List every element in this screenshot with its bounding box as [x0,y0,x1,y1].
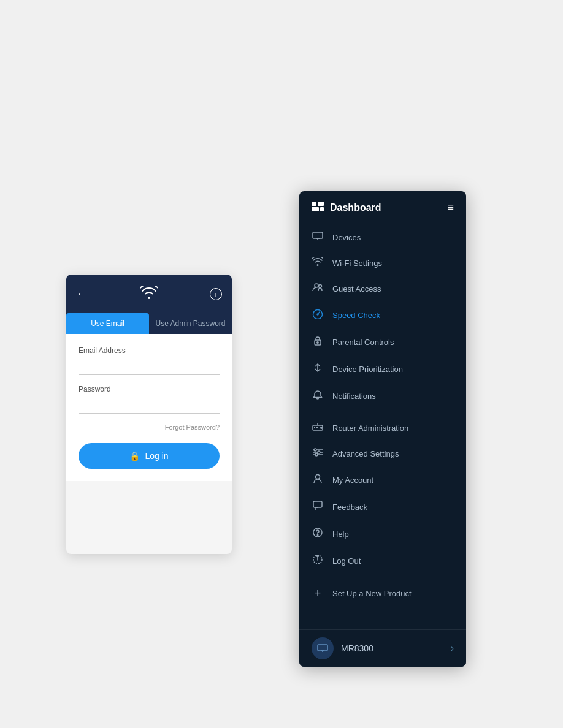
tab-use-email[interactable]: Use Email [66,313,149,334]
svg-rect-4 [313,232,323,238]
login-panel: ← i Use Email Use Admin Password Email A… [66,275,232,554]
svg-rect-31 [318,645,327,651]
devices-label: Devices [332,233,361,242]
devices-icon [312,232,324,243]
login-form: Email Address Password Forgot Password? … [66,334,232,481]
device-prioritization-label: Device Prioritization [332,365,403,374]
device-name: MR8300 [341,643,373,653]
menu-footer[interactable]: MR8300 › [299,629,466,667]
router-admin-icon [312,422,324,433]
svg-point-28 [317,534,318,536]
help-icon [312,528,324,540]
side-menu: Dashboard ≡ Devices [299,191,466,667]
login-button-label: Log in [145,451,168,461]
menu-title: Dashboard [330,202,381,213]
svg-point-7 [315,284,318,287]
email-field-container: Email Address [79,346,220,375]
svg-point-8 [319,285,322,288]
guest-access-label: Guest Access [332,284,381,294]
account-icon [312,474,324,486]
footer-device: MR8300 [312,637,373,659]
chevron-right-icon: › [451,643,454,654]
login-tabs: Use Email Use Admin Password [66,313,232,334]
sidebar-item-speed-check[interactable]: Speed Check [299,301,466,328]
device-avatar [312,637,334,659]
svg-rect-1 [318,202,324,206]
sidebar-item-parental[interactable]: Parental Controls [299,328,466,355]
dashboard-icon [312,202,324,214]
device-prioritization-icon [312,363,324,375]
svg-rect-2 [312,207,319,211]
logout-icon [312,555,324,567]
router-admin-label: Router Administration [332,423,408,433]
sidebar-item-feedback[interactable]: Feedback [299,493,466,520]
sidebar-item-guest[interactable]: Guest Access [299,276,466,301]
svg-point-23 [318,451,320,453]
advanced-settings-label: Advanced Settings [332,449,399,458]
menu-header-left: Dashboard [312,202,381,214]
login-button[interactable]: 🔒 Log in [79,443,220,469]
menu-items-list: Devices Wi-Fi Settings [299,224,466,607]
wifi-settings-label: Wi-Fi Settings [332,259,382,268]
login-header: ← i [66,275,232,313]
email-label: Email Address [79,346,220,355]
sidebar-item-prioritization[interactable]: Device Prioritization [299,355,466,382]
lock-icon: 🔒 [129,451,140,461]
parental-controls-icon [312,336,324,348]
notifications-icon [312,390,324,402]
svg-point-30 [317,555,319,557]
help-label: Help [332,529,349,539]
tab-use-admin[interactable]: Use Admin Password [149,313,232,334]
svg-rect-3 [320,207,324,211]
guest-access-icon [312,283,324,294]
speed-check-icon [312,309,324,321]
advanced-settings-icon [312,448,324,459]
divider-1 [299,412,466,412]
notifications-label: Notifications [332,392,376,401]
svg-rect-26 [313,501,322,507]
speed-check-label: Speed Check [332,311,380,320]
svg-point-17 [321,427,322,428]
sidebar-item-devices[interactable]: Devices [299,224,466,250]
forgot-password-link[interactable]: Forgot Password? [79,423,220,431]
svg-point-12 [317,342,318,343]
my-account-label: My Account [332,476,373,485]
password-label: Password [79,385,220,393]
sidebar-item-help[interactable]: Help [299,520,466,547]
password-field-container: Password [79,385,220,414]
sidebar-item-notifications[interactable]: Notifications [299,382,466,409]
email-input[interactable] [79,357,220,375]
sidebar-item-router-admin[interactable]: Router Administration [299,415,466,441]
menu-header: Dashboard ≡ [299,191,466,224]
setup-label: Set Up a New Product [332,589,412,598]
sidebar-item-setup[interactable]: + Set Up a New Product [299,580,466,607]
back-button[interactable]: ← [76,287,87,300]
feedback-icon [312,501,324,513]
sidebar-item-logout[interactable]: Log Out [299,547,466,574]
svg-point-24 [315,453,318,456]
wifi-icon [140,284,158,303]
info-button[interactable]: i [210,288,222,300]
feedback-label: Feedback [332,502,367,512]
svg-point-25 [316,475,320,479]
logout-label: Log Out [332,556,361,566]
sidebar-item-wifi[interactable]: Wi-Fi Settings [299,250,466,276]
divider-2 [299,577,466,577]
svg-point-10 [317,314,318,315]
svg-point-22 [314,449,316,451]
setup-icon: + [312,587,324,600]
hamburger-icon[interactable]: ≡ [447,201,454,214]
parental-controls-label: Parental Controls [332,338,394,347]
sidebar-item-advanced-settings[interactable]: Advanced Settings [299,441,466,466]
sidebar-item-account[interactable]: My Account [299,466,466,493]
wifi-settings-icon [312,257,324,268]
password-input[interactable] [79,396,220,414]
svg-rect-0 [312,202,316,206]
